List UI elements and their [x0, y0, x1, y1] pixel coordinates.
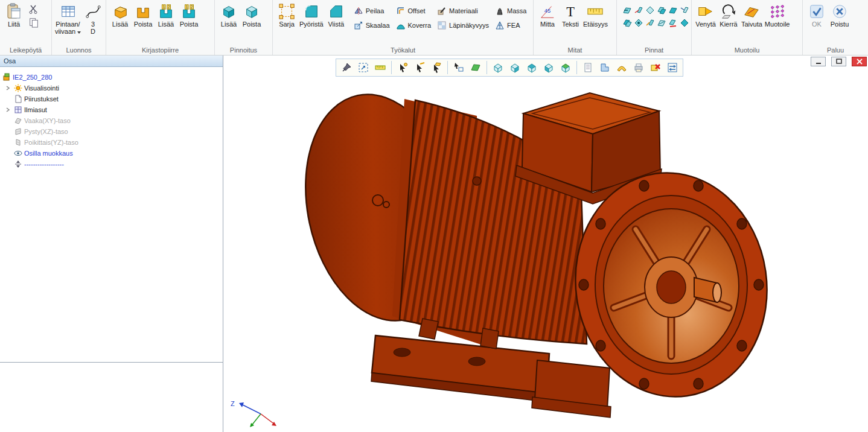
library-add-button[interactable]: Lisää — [109, 2, 132, 28]
bend-label: Taivuta — [741, 21, 762, 28]
dimension-button[interactable]: 45 Mitta — [536, 2, 559, 28]
pin-icon[interactable] — [339, 60, 354, 75]
paste-button[interactable]: Liitä — [2, 2, 25, 28]
stretch-button[interactable]: Venytä — [694, 2, 717, 28]
surface-tool-icon-9[interactable] — [645, 17, 656, 28]
array-button[interactable]: Sarja — [275, 2, 298, 28]
tree-item-edit-with-parts[interactable]: Osilla muokkaus — [0, 148, 223, 159]
pick-element-icon[interactable] — [451, 60, 467, 75]
surface-tool-icon-3[interactable] — [645, 5, 656, 16]
coating-remove-button[interactable]: Poista — [240, 2, 263, 28]
cube-green-face-icon[interactable] — [558, 60, 573, 75]
paste-label: Liitä — [8, 21, 20, 28]
surface-tool-icon-2[interactable] — [633, 5, 644, 16]
cube-wireframe-icon[interactable] — [490, 60, 506, 75]
select-point-cursor-icon[interactable] — [395, 60, 410, 75]
library-remove-label: Poista — [134, 21, 153, 28]
select-edge-cursor-icon[interactable] — [412, 60, 427, 75]
chamfer-button[interactable]: Viistä — [325, 2, 348, 28]
distance-button[interactable]: Etäisyys — [582, 2, 609, 28]
expander-placeholder — [4, 95, 12, 103]
library-add2-button[interactable]: 12 Lisää — [155, 2, 177, 28]
exit-button[interactable]: Poistu — [828, 2, 851, 28]
surface-tool-icon-6[interactable] — [679, 5, 690, 16]
tree-item-separator[interactable]: ------------------ — [0, 159, 223, 170]
distance-label: Etäisyys — [583, 21, 608, 28]
tree-item-label: Osilla muokkaus — [24, 150, 73, 157]
tree-item-drawings[interactable]: Piirustukset — [0, 94, 223, 104]
sketch-on-face-button[interactable]: Pintaan/ viivaan — [54, 2, 81, 35]
print-icon[interactable] — [631, 60, 646, 75]
bend-button[interactable]: Taivuta — [740, 2, 764, 28]
paste-icon — [5, 2, 23, 21]
maximize-button[interactable] — [831, 57, 846, 66]
part-tree-panel: Osa IE2_250_280 Visualisointi Piirustuks… — [0, 56, 223, 432]
minimize-button[interactable] — [811, 57, 826, 66]
surface-tool-icon-8[interactable] — [633, 17, 644, 28]
library-remove-button[interactable]: Poista — [132, 2, 155, 28]
fillet-label: Pyöristä — [299, 21, 324, 28]
delete-faces-icon[interactable] — [648, 60, 663, 75]
motor-3d-model[interactable] — [223, 56, 868, 432]
mirror-item[interactable]: Peilaa — [354, 6, 390, 16]
svg-text:2: 2 — [168, 5, 170, 9]
fillet-button[interactable]: Pyöristä — [298, 2, 325, 28]
shell-surface-icon[interactable] — [614, 60, 630, 75]
plane-icon — [14, 127, 22, 136]
feature-list-icon[interactable] — [580, 60, 596, 75]
part-icon — [2, 73, 11, 81]
bend-icon — [742, 2, 761, 21]
fea-item[interactable]: FEA — [495, 21, 526, 30]
mirror-icon — [354, 6, 363, 16]
fit-view-icon[interactable] — [356, 60, 371, 75]
scale-icon — [354, 21, 363, 30]
library-remove2-button[interactable]: 12 Poista — [177, 2, 200, 28]
tree-item-xy-plane[interactable]: Vaaka(XY)-taso — [0, 115, 223, 126]
sketch-3d-button[interactable]: 3 D — [81, 2, 104, 35]
text-button[interactable]: T Teksti — [559, 2, 582, 28]
surface-tool-icon-11[interactable] — [668, 17, 678, 28]
dimension-label: Mitta — [540, 21, 555, 28]
expander-chevron-icon[interactable] — [4, 84, 12, 92]
surface-tool-icon-10[interactable] — [656, 17, 667, 28]
rotate-button[interactable]: Kierrä — [717, 2, 740, 28]
expander-chevron-icon[interactable] — [4, 106, 12, 114]
sun-icon — [14, 84, 22, 92]
tree-item-part-root[interactable]: IE2_250_280 — [0, 72, 223, 83]
deform-button[interactable]: Muotoile — [764, 2, 791, 28]
select-face-cursor-icon[interactable] — [429, 60, 444, 75]
ok-button[interactable]: OK — [805, 2, 828, 28]
surface-tool-icon-5[interactable] — [668, 5, 678, 16]
transparency-icon — [437, 21, 447, 30]
offset-item[interactable]: Offset — [396, 6, 432, 16]
coating-add-label: Lisää — [221, 21, 237, 28]
fea-icon — [495, 21, 505, 30]
surface-tool-icon-12[interactable] — [679, 17, 690, 28]
tree-item-xz-plane[interactable]: Pysty(XZ)-taso — [0, 126, 223, 137]
tree-item-yz-plane[interactable]: Poikittais(YZ)-taso — [0, 137, 223, 148]
viewport-3d[interactable]: Z — [223, 56, 868, 432]
hollow-item[interactable]: Koverra — [396, 21, 432, 30]
coating-add-button[interactable]: Lisää — [217, 2, 240, 28]
copy-icon[interactable] — [28, 17, 40, 28]
green-plane-icon[interactable] — [468, 60, 483, 75]
copy-face-icon[interactable] — [597, 60, 613, 75]
measure-ruler-icon[interactable] — [372, 60, 388, 75]
surface-tool-icon-1[interactable] — [622, 5, 633, 16]
material-item[interactable]: Materiaali — [437, 6, 489, 16]
swap-transfer-icon[interactable] — [665, 60, 680, 75]
surface-tool-icon-4[interactable] — [656, 5, 667, 16]
cube-top-face-icon[interactable] — [524, 60, 540, 75]
close-button[interactable] — [852, 57, 867, 66]
tree-item-configurations[interactable]: Ilmiasut — [0, 104, 223, 115]
viewport-toolbar — [336, 59, 683, 77]
tree-item-visualization[interactable]: Visualisointi — [0, 83, 223, 94]
cut-icon[interactable] — [28, 4, 40, 14]
scale-item[interactable]: Skaalaa — [354, 21, 390, 30]
mass-item[interactable]: Massa — [495, 6, 526, 16]
sketch-on-face-label-2: viivaan — [55, 28, 81, 35]
cube-side-face-icon[interactable] — [541, 60, 557, 75]
cube-front-face-icon[interactable] — [507, 60, 523, 75]
surface-tool-icon-7[interactable] — [622, 17, 633, 28]
transparency-item[interactable]: Läpinäkyvyys — [437, 21, 489, 30]
